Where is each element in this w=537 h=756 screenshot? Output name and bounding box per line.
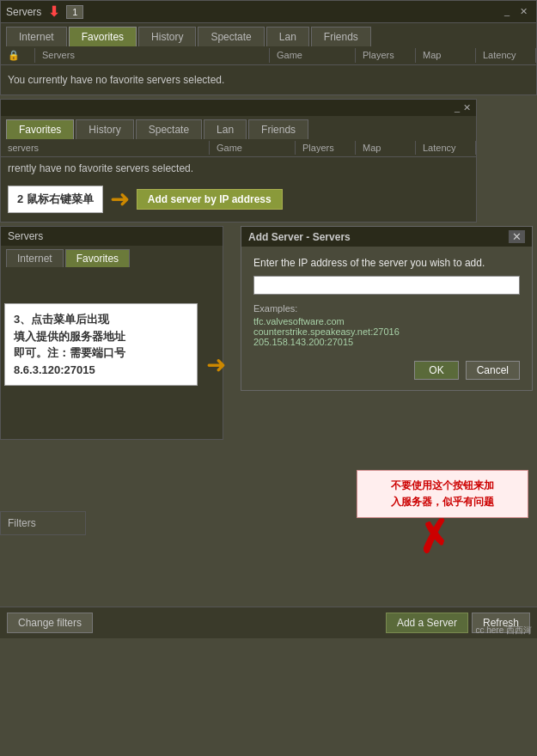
tab-lan[interactable]: Lan [266,27,309,46]
tab2-lan[interactable]: Lan [204,119,247,139]
example1: tfc.valvesoftware.com [253,316,520,326]
examples-label: Examples: [253,303,520,314]
download-icon: ⬇ [48,3,59,20]
ok-button[interactable]: OK [414,361,458,380]
col2-servers: servers [1,141,210,155]
dialog-titlebar: Add Server - Servers ✕ [241,227,532,247]
arrow3-icon: ➜ [206,351,226,378]
col-lock: 🔒 [1,48,35,63]
titlebar1-controls: _ ✕ [501,6,531,17]
titlebar1-title: Servers [6,6,41,18]
titlebar2: _ ✕ [1,100,476,116]
example3: 205.158.143.200:27015 [253,337,520,347]
servers-tabs: Internet Favorites [1,246,223,267]
tab2-favorites[interactable]: Favorites [6,119,74,139]
dialog-close-btn[interactable]: ✕ [509,230,525,243]
change-filters-btn[interactable]: Change filters [7,613,93,633]
col-game: Game [270,48,356,63]
dialog-title: Add Server - Servers [248,231,351,243]
watermark: cc here 西西河 [475,625,532,637]
minimize-btn2[interactable]: _ [455,102,460,113]
annotation4-text: 不要使用这个按钮来加入服务器，似乎有问题 [391,479,494,508]
tab-history[interactable]: History [138,27,196,46]
empty-message1: You currently have no favorite servers s… [1,65,536,94]
col-players: Players [356,48,416,63]
dialog-label: Enter the IP address of the server you w… [253,257,520,269]
filters-label: Filters [0,511,86,535]
tabs-bar2: Favorites History Spectate Lan Friends [1,116,476,139]
annotation3-box: 3、点击菜单后出现填入提供的服务器地址即可。注：需要端口号8.6.3.120:2… [4,303,198,386]
col2-latency: Latency [416,141,476,155]
minimize-btn[interactable]: _ [501,6,513,17]
col-latency: Latency [476,48,536,63]
tab-internet[interactable]: Internet [6,27,67,46]
example2: counterstrike.speakeasy.net:27016 [253,326,520,337]
titlebar1-left: Servers ⬇ 1 [6,3,83,20]
add-server-bottom-btn[interactable]: Add a Server [386,613,468,633]
cross-mark: ✗ [412,510,455,564]
annotation-box2: 2 鼠标右键菜单 [8,186,103,213]
cancel-button[interactable]: Cancel [466,361,520,380]
tab2-spectate[interactable]: Spectate [136,119,202,139]
badge1: 1 [66,5,83,19]
servers-tab-internet[interactable]: Internet [6,249,64,267]
dialog-ip-input[interactable] [253,276,520,295]
close-btn[interactable]: ✕ [516,6,531,17]
arrow3-container: ➜ [206,351,226,379]
add-server-dialog: Add Server - Servers ✕ Enter the IP addr… [241,226,533,391]
section1-window: Servers ⬇ 1 _ ✕ Internet Favorites Histo… [0,0,537,95]
col2-players: Players [296,141,356,155]
section2-window: _ ✕ Favorites History Spectate Lan Frien… [0,99,477,223]
add-server-by-ip-btn[interactable]: Add server by IP address [137,189,283,210]
table-header2: servers Game Players Map Latency [1,139,476,157]
tab-favorites[interactable]: Favorites [69,27,137,46]
servers-panel-title: Servers [1,227,223,246]
bottom-bar: Change filters Add a Server Refresh [0,607,537,638]
dialog-body: Enter the IP address of the server you w… [241,247,532,390]
col-map: Map [416,48,476,63]
empty-message2: rrently have no favorite servers selecte… [1,157,476,180]
col2-game: Game [210,141,296,155]
arrow-icon2: ➜ [110,185,130,213]
tabs-bar1: Internet Favorites History Spectate Lan … [1,23,536,46]
tab2-friends[interactable]: Friends [248,119,308,139]
col-servers: Servers [35,48,270,63]
section3-window: Servers Internet Favorites 3、点击菜单后出现填入提供… [0,226,537,638]
dialog-examples: Examples: tfc.valvesoftware.com counters… [253,303,520,347]
servers-tab-favorites[interactable]: Favorites [65,249,130,267]
titlebar2-controls: _ ✕ [455,102,471,113]
tab-spectate[interactable]: Spectate [198,27,264,46]
dialog-buttons: OK Cancel [253,356,520,380]
annotation3-text: 3、点击菜单后出现填入提供的服务器地址即可。注：需要端口号8.6.3.120:2… [14,313,125,376]
tab2-history[interactable]: History [76,119,133,139]
table-header1: 🔒 Servers Game Players Map Latency [1,46,536,65]
col2-map: Map [356,141,416,155]
annotation-row2: 2 鼠标右键菜单 ➜ Add server by IP address [1,180,476,222]
titlebar1: Servers ⬇ 1 _ ✕ [1,1,536,23]
close-btn2[interactable]: ✕ [463,102,471,113]
tab-friends[interactable]: Friends [311,27,371,46]
